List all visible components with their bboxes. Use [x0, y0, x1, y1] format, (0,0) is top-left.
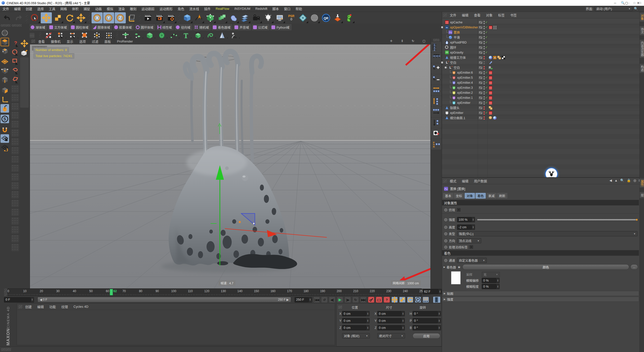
- dim-tool-2[interactable]: [11, 102, 19, 110]
- redo-button[interactable]: [13, 12, 24, 23]
- tag-brush[interactable]: [489, 61, 492, 64]
- visibility-toggle[interactable]: [479, 26, 482, 29]
- visibility-toggle[interactable]: [479, 21, 482, 24]
- domain-胶囊体域-button[interactable]: 胶囊体域: [113, 24, 134, 30]
- visibility-toggle[interactable]: [479, 86, 482, 89]
- add-floor-button[interactable]: [239, 12, 251, 23]
- viewport-menu-摄像机[interactable]: 摄像机: [48, 39, 64, 44]
- cube-brush-button[interactable]: [20, 48, 29, 57]
- dim-tool-10[interactable]: [11, 173, 19, 181]
- enable-dots[interactable]: [484, 21, 485, 24]
- minimize-button[interactable]: ─: [609, 0, 621, 6]
- poly-select-button[interactable]: [11, 75, 20, 84]
- shader-more-button[interactable]: ...: [630, 264, 638, 270]
- domain-公式域-button[interactable]: 公式域: [252, 24, 270, 30]
- rec-parameter-button[interactable]: P: [415, 297, 421, 303]
- blurscale-field[interactable]: 0 %: [482, 284, 496, 289]
- strength-field[interactable]: 100 %: [457, 217, 472, 222]
- arrange-horizontal-button[interactable]: [431, 85, 441, 96]
- tag-dotgrid[interactable]: [493, 26, 497, 29]
- lock-z-button[interactable]: Z: [115, 12, 126, 23]
- object-row-xpGravity[interactable]: xpGravity✓: [442, 50, 639, 55]
- menu-RealFlow[interactable]: RealFlow: [213, 7, 232, 11]
- add-spline-button[interactable]: [193, 12, 204, 23]
- dim-tool-3[interactable]: [11, 111, 19, 119]
- move-button[interactable]: [41, 12, 52, 23]
- om-menu-对象[interactable]: 对象: [483, 13, 495, 17]
- interface-dropdown[interactable]: 启动 (用户)▼: [595, 6, 632, 11]
- height-spinner[interactable]: ▲▼: [472, 225, 475, 230]
- midstrip-grip[interactable]: [433, 39, 439, 41]
- tag-cache[interactable]: [489, 71, 492, 74]
- object-name[interactable]: xpEmitter.3: [457, 86, 473, 90]
- object-row-xpOpenVDBMesher[interactable]: −∞xpOpenVDBMesher✓: [442, 25, 639, 30]
- viewport-menu-显示[interactable]: 显示: [64, 39, 76, 44]
- enable-dots[interactable]: [484, 26, 485, 29]
- coord-spinner[interactable]: ▲▼: [438, 311, 441, 316]
- am-menu-模式[interactable]: 模式: [447, 179, 459, 183]
- right-tab-层[interactable]: 层: [640, 192, 644, 198]
- object-row-xpEmitter.4[interactable]: xpEmitter.4✓: [442, 80, 639, 85]
- object-row-xpEmitter.2[interactable]: xpEmitter.2✓: [442, 90, 639, 95]
- rect-select-button[interactable]: [11, 57, 20, 66]
- dim-tool-7[interactable]: [11, 146, 19, 154]
- go-end-button[interactable]: ▶▶|: [360, 297, 367, 303]
- object-name[interactable]: xpOpenVDBMesher: [450, 26, 478, 29]
- strength-slider[interactable]: [477, 219, 638, 221]
- object-row-空白[interactable]: −Lo空白: [442, 60, 639, 65]
- add-metaball-button[interactable]: [228, 12, 239, 23]
- enable-dots[interactable]: [484, 56, 485, 59]
- coord-field-rot-B[interactable]: 0 °: [413, 325, 438, 330]
- shader-swatch[interactable]: [451, 271, 461, 284]
- enable-dots[interactable]: [484, 116, 485, 120]
- object-name[interactable]: 平滑: [454, 35, 460, 40]
- coord-field-pos-Z[interactable]: 0 cm: [342, 325, 366, 330]
- tag-cache[interactable]: [489, 111, 492, 115]
- go-start-button[interactable]: |◀◀: [313, 297, 320, 303]
- right-tab-构造[interactable]: 构造: [640, 64, 644, 73]
- dim-tool-14[interactable]: [11, 208, 19, 216]
- object-name[interactable]: 骷髅头: [450, 105, 460, 110]
- object-name[interactable]: 细分曲面.1: [450, 115, 465, 120]
- domain-着色器域-button[interactable]: 着色器域: [212, 24, 232, 30]
- om-menu-文件[interactable]: 文件: [447, 13, 459, 17]
- object-row-xpEmitter.5[interactable]: xpEmitter.5✓: [442, 75, 639, 80]
- coordinate-system-button[interactable]: [126, 12, 137, 23]
- menu-捕捉[interactable]: 捕捉: [81, 6, 93, 11]
- last-tool-move-button[interactable]: [75, 12, 87, 23]
- viewport-menu-选项[interactable]: 选项: [76, 39, 89, 44]
- viewport-menu-查看[interactable]: 查看: [35, 39, 48, 44]
- om-menu-编辑[interactable]: 编辑: [459, 13, 471, 17]
- coord-apply[interactable]: 应用: [413, 333, 440, 339]
- domain-圆环体域-button[interactable]: 圆环体域: [135, 24, 155, 30]
- loop-back-button[interactable]: ↺: [321, 297, 328, 303]
- rec-rotation-button[interactable]: [407, 297, 413, 303]
- expand-toggle[interactable]: −: [441, 26, 443, 28]
- am-up-icon[interactable]: ▲: [614, 179, 618, 182]
- visibility-toggle[interactable]: [479, 106, 482, 109]
- fold-强度[interactable]: ▶强度: [442, 297, 639, 302]
- direction-dropdown[interactable]: 顶点法线▼: [457, 238, 481, 243]
- strength-spinner[interactable]: ▲▼: [472, 217, 475, 222]
- start-frame-value[interactable]: 0 F: [4, 297, 31, 302]
- menu-编辑[interactable]: 编辑: [12, 6, 23, 11]
- visibility-toggle[interactable]: [479, 96, 482, 99]
- coord-field-pos-Y[interactable]: 0 cm: [342, 318, 366, 323]
- domain-立方体域-button[interactable]: 立方体域: [48, 24, 69, 30]
- expand-arrow[interactable]: ▶: [444, 266, 445, 268]
- psr-transfer-button[interactable]: PSR: [431, 139, 441, 150]
- coord-field-size-Y[interactable]: 0 cm: [377, 318, 401, 323]
- menu-体积[interactable]: 体积: [69, 6, 81, 11]
- object-name[interactable]: 空白: [454, 65, 460, 70]
- rotate-button[interactable]: [64, 12, 75, 23]
- tag-tanspheres[interactable]: [497, 56, 501, 59]
- autokey-button[interactable]: ( ): [376, 297, 382, 303]
- object-name[interactable]: xpEmitter.1: [457, 96, 473, 100]
- om-menu-书签[interactable]: 书签: [507, 13, 519, 17]
- bluroffset-spinner[interactable]: ▲▼: [496, 278, 500, 283]
- grid-rotate-button[interactable]: [1, 143, 9, 152]
- am-tab-衰减[interactable]: 衰减: [486, 193, 497, 199]
- tag-tanspheres[interactable]: [489, 106, 492, 110]
- tag-rtag[interactable]: R▶: [489, 66, 492, 69]
- coord-field-pos-X[interactable]: 0 cm: [342, 311, 366, 316]
